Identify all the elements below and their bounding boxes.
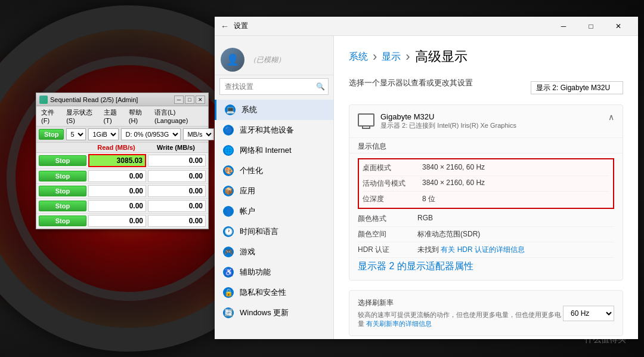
display-selector[interactable]: 显示 2: Gigabyte M32U	[531, 81, 623, 94]
sidebar-item-label-personal: 个性化	[240, 165, 263, 176]
cdm-read-value-2: 0.00	[88, 170, 146, 182]
sidebar-item-label-net: 网络和 Internet	[240, 145, 292, 156]
avatar: 👤	[221, 48, 244, 72]
system-icon: 💻	[225, 104, 236, 115]
cdm-stop-btn-1[interactable]: Stop	[39, 155, 86, 166]
cdm-menu-file[interactable]: 文件(F)	[39, 107, 63, 125]
sidebar-item-personal[interactable]: 🎨 个性化	[215, 161, 333, 181]
settings-title-text: 设置	[234, 21, 248, 31]
cdm-close-btn[interactable]: ✕	[196, 96, 205, 104]
sidebar-item-accounts[interactable]: 👤 帐户	[215, 201, 333, 221]
cdm-menubar: 文件(F) 显示状态(S) 主题(T) 帮助(H) 语言(L)(Language…	[36, 106, 208, 127]
cdm-count-select[interactable]: 5	[66, 128, 86, 140]
monitor-icon	[358, 113, 374, 127]
cdm-row-2: Stop 0.00 0.00	[36, 169, 208, 184]
user-name: （已模糊）	[249, 55, 285, 65]
refresh-rate-row: 选择刷新率 较高的速率可提供更流畅的动作，但也使用更多电量，但也使用更多电量 有…	[358, 298, 614, 328]
cdm-window: Sequential Read (2/5) [Admin] ─ □ ✕ 文件(F…	[36, 93, 209, 229]
settings-close-btn[interactable]: ✕	[605, 17, 632, 36]
display-section-title: Gigabyte M32U	[380, 112, 602, 121]
highlighted-info-group: 桌面模式 3840 × 2160, 60 Hz 活动信号模式 3840 × 21…	[358, 158, 614, 209]
refresh-rate-label: 选择刷新率	[358, 298, 563, 308]
cdm-size-select[interactable]: 1GiB	[88, 128, 119, 140]
sidebar-item-label-bt: 蓝牙和其他设备	[240, 125, 294, 136]
breadcrumb-sep-2: ›	[405, 49, 410, 64]
accessibility-icon: ♿	[223, 267, 234, 278]
cdm-stop-btn-3[interactable]: Stop	[39, 186, 86, 196]
breadcrumb-advanced: 高级显示	[415, 48, 467, 66]
search-input[interactable]	[219, 78, 329, 95]
info-value-hdr: 未找到 有关 HDR 认证的详细信息	[417, 245, 525, 255]
cdm-header-empty	[39, 144, 86, 151]
breadcrumb-system: 系统	[349, 51, 368, 63]
settings-minimize-btn[interactable]: ─	[550, 17, 577, 36]
info-row-active: 活动信号模式 3840 × 2160, 60 Hz	[363, 176, 609, 192]
user-area: 👤 （已模糊）	[215, 42, 333, 75]
sidebar-item-time[interactable]: 🕐 时间和语言	[215, 221, 333, 242]
cdm-menu-theme[interactable]: 主题(T)	[101, 107, 125, 125]
sidebar-item-privacy[interactable]: 🔒 隐私和安全性	[215, 282, 333, 303]
info-value-bitdepth: 8 位	[422, 194, 435, 204]
display-info-label: 显示信息	[349, 138, 623, 153]
cdm-write-value-3: 0.00	[148, 185, 206, 197]
update-icon: 🔄	[223, 307, 234, 318]
info-value-desktop: 3840 × 2160, 60 Hz	[422, 163, 485, 173]
adapter-properties-link[interactable]: 显示器 2 的显示适配器属性	[358, 261, 473, 271]
sidebar-item-label-accounts: 帐户	[240, 206, 255, 217]
adapter-link-row: 显示器 2 的显示适配器属性	[358, 258, 614, 275]
display-section-subtitle: 显示器 2: 已连接到 Intel(R) Iris(R) Xe Graphics	[380, 121, 602, 130]
cdm-window-controls: ─ □ ✕	[174, 96, 205, 104]
cdm-stop-btn-4[interactable]: Stop	[39, 201, 86, 211]
info-label-active: 活动信号模式	[363, 178, 422, 189]
hdr-detail-link[interactable]: 有关 HDR 认证的详细信息	[441, 245, 525, 254]
settings-window-controls: ─ □ ✕	[550, 17, 632, 36]
cdm-header-read: Read (MB/s)	[86, 144, 146, 151]
cdm-write-value-2: 0.00	[148, 170, 206, 182]
sidebar-item-update[interactable]: 🔄 Windows 更新	[215, 303, 333, 323]
settings-content: 系统 › 显示 › 高级显示 选择一个显示器以查看或更改其设置 显示 2: Gi…	[334, 36, 638, 339]
sidebar-item-apps[interactable]: 📦 应用	[215, 181, 333, 201]
cdm-menu-help[interactable]: 帮助(H)	[126, 107, 151, 125]
cdm-stop-btn-5[interactable]: Stop	[39, 216, 86, 226]
cdm-maximize-btn[interactable]: □	[185, 96, 194, 104]
breadcrumb-display: 显示	[382, 51, 401, 63]
bluetooth-icon: 🔵	[223, 125, 234, 136]
cdm-header-write: Write (MB/s)	[146, 144, 206, 151]
settings-body: 👤 （已模糊） 🔍 💻 系统 🔵 蓝牙和其他设备 🌐 网络和 Internet	[215, 36, 638, 339]
cdm-menu-lang[interactable]: 语言(L)(Language)	[152, 107, 206, 125]
time-icon: 🕐	[223, 226, 234, 237]
display-section-chevron[interactable]: ∧	[608, 112, 614, 122]
refresh-rate-section: 选择刷新率 较高的速率可提供更流畅的动作，但也使用更多电量，但也使用更多电量 有…	[349, 291, 623, 336]
personal-icon: 🎨	[223, 165, 234, 176]
settings-window: ← 设置 ─ □ ✕ 👤 （已模糊） 🔍 💻 系统	[215, 17, 638, 339]
sidebar-item-accessibility[interactable]: ♿ 辅助功能	[215, 262, 333, 282]
sidebar-item-bluetooth[interactable]: 🔵 蓝牙和其他设备	[215, 120, 333, 140]
cdm-read-value-5: 0.00	[88, 215, 146, 227]
settings-back-button[interactable]: ←	[221, 21, 229, 31]
cdm-stop-btn-2[interactable]: Stop	[39, 171, 86, 181]
cdm-column-headers: Read (MB/s) Write (MB/s)	[36, 143, 208, 153]
settings-maximize-btn[interactable]: □	[577, 17, 605, 36]
info-label-desktop: 桌面模式	[363, 163, 422, 173]
refresh-rate-select[interactable]: 60 Hz	[563, 306, 614, 321]
cdm-row-1: Stop 3085.03 0.00	[36, 153, 208, 169]
sidebar-item-gaming[interactable]: 🎮 游戏	[215, 242, 333, 262]
refresh-rate-card: 选择刷新率 较高的速率可提供更流畅的动作，但也使用更多电量，但也使用更多电量 有…	[349, 290, 623, 336]
cdm-unit-select[interactable]: MB/s	[183, 128, 214, 140]
info-row-colorformat: 颜色格式 RGB	[358, 211, 614, 227]
cdm-minimize-btn[interactable]: ─	[174, 96, 184, 104]
cdm-menu-display[interactable]: 显示状态(S)	[64, 107, 100, 125]
cdm-title-area: Sequential Read (2/5) [Admin]	[39, 96, 138, 104]
cdm-drive-select[interactable]: D: 0% (0/953GiB)	[121, 128, 181, 140]
settings-titlebar: ← 设置 ─ □ ✕	[215, 17, 638, 36]
refresh-detail-link[interactable]: 有关刷新率的详细信息	[366, 320, 432, 327]
info-value-active: 3840 × 2160, 60 Hz	[422, 178, 485, 189]
sidebar-item-system[interactable]: 💻 系统	[215, 100, 333, 120]
sidebar-item-network[interactable]: 🌐 网络和 Internet	[215, 140, 333, 161]
apps-icon: 📦	[223, 186, 234, 196]
cdm-read-value-4: 0.00	[88, 200, 146, 212]
info-row-desktop: 桌面模式 3840 × 2160, 60 Hz	[363, 161, 609, 176]
sidebar-item-label-privacy: 隐私和安全性	[240, 287, 286, 298]
display-dropdown-wrapper: 显示 2: Gigabyte M32U	[531, 81, 623, 94]
cdm-all-button[interactable]: Stop	[39, 129, 64, 140]
